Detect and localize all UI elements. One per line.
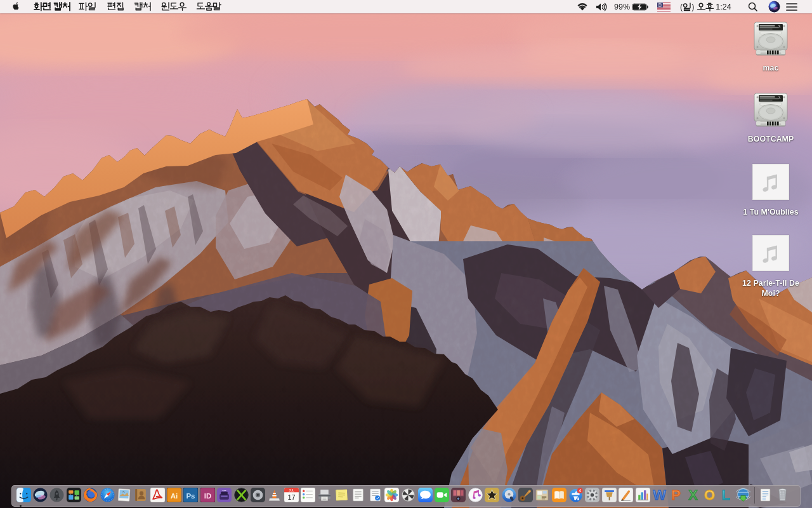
svg-text:P: P xyxy=(671,488,681,502)
svg-text:Ps: Ps xyxy=(187,492,195,500)
svg-text:W: W xyxy=(653,488,666,502)
svg-text:ID: ID xyxy=(204,492,212,500)
svg-text:O: O xyxy=(704,488,715,502)
svg-text:4: 4 xyxy=(579,488,581,493)
svg-text:Ai: Ai xyxy=(171,492,178,500)
svg-text:X: X xyxy=(688,488,698,502)
svg-text:L: L xyxy=(722,488,730,502)
svg-text:JUL: JUL xyxy=(289,489,294,492)
svg-text:17: 17 xyxy=(287,493,295,501)
